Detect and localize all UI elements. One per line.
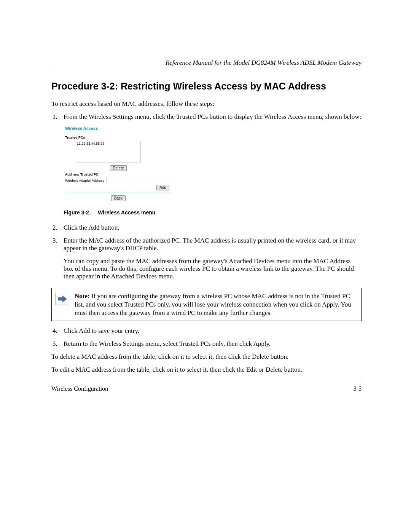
panel-divider-bottom bbox=[65, 192, 172, 192]
arrow-icon bbox=[56, 293, 69, 305]
intro-paragraph: To restrict access based on MAC addresse… bbox=[51, 100, 362, 108]
step-3-extra: You can copy and paste the MAC addresses… bbox=[64, 257, 362, 280]
panel-divider-top bbox=[65, 133, 172, 133]
step-3: Enter the MAC address of the authorized … bbox=[59, 237, 362, 280]
step-2: Click the Add button. bbox=[59, 224, 362, 232]
figure-title: Wireless Access menu bbox=[98, 209, 155, 216]
back-button[interactable]: Back bbox=[111, 195, 126, 201]
note-text: Note: If you are configuring the gateway… bbox=[75, 292, 356, 317]
procedure-title: Procedure 3-2: Restricting Wireless Acce… bbox=[51, 81, 362, 92]
delete-button[interactable]: Delete bbox=[110, 165, 127, 171]
figure-caption: Figure 3-2. Wireless Access menu bbox=[64, 209, 362, 216]
footer-rule bbox=[51, 383, 362, 383]
step-1: From the Wireless Settings menu, click t… bbox=[59, 113, 362, 216]
step-3-text: Enter the MAC address of the authorized … bbox=[64, 237, 356, 252]
trusted-pcs-label: Trusted PCs bbox=[65, 136, 172, 139]
edit-para: To edit a MAC address from the table, cl… bbox=[51, 366, 362, 374]
wireless-access-panel: Wireless Access Trusted PCs 11:22:33:44:… bbox=[64, 125, 173, 204]
trusted-pcs-listbox[interactable]: 11:22:33:44:55:66 bbox=[76, 141, 140, 163]
add-button[interactable]: Add bbox=[156, 185, 169, 190]
svg-marker-0 bbox=[58, 296, 67, 302]
mac-row[interactable]: 11:22:33:44:55:66 bbox=[77, 142, 105, 145]
running-header: Reference Manual for the Model DG824M Wi… bbox=[51, 59, 362, 67]
adapter-address-input[interactable] bbox=[107, 178, 133, 183]
step-list: From the Wireless Settings menu, click t… bbox=[51, 113, 362, 280]
note-box: Note: If you are configuring the gateway… bbox=[51, 288, 362, 321]
step-4: Click Add to save your entry. bbox=[59, 327, 362, 335]
step-1-text: From the Wireless Settings menu, click t… bbox=[64, 113, 361, 120]
footer: Wireless Configuration 3-5 bbox=[51, 385, 362, 392]
adapter-address-label: Wireless Adapter Address bbox=[65, 179, 104, 182]
step-4-text: Click Add to save your entry. bbox=[64, 327, 139, 334]
note-body: If you are configuring the gateway from … bbox=[75, 292, 351, 316]
step-2-text: Click the Add button. bbox=[64, 224, 119, 231]
figure-number: Figure 3-2. bbox=[64, 209, 91, 216]
add-new-label: Add new Trusted PC bbox=[65, 173, 172, 176]
step-5-text: Return to the Wireless Settings menu, se… bbox=[64, 340, 271, 347]
figure-container: Wireless Access Trusted PCs 11:22:33:44:… bbox=[64, 125, 362, 216]
delete-para: To delete a MAC address from the table, … bbox=[51, 353, 362, 361]
step-list-cont: Click Add to save your entry. Return to … bbox=[51, 327, 362, 348]
header-rule bbox=[51, 69, 362, 69]
document-page: Reference Manual for the Model DG824M Wi… bbox=[0, 0, 411, 532]
panel-title: Wireless Access bbox=[65, 126, 172, 131]
footer-left: Wireless Configuration bbox=[51, 385, 108, 392]
note-lead: Note: bbox=[75, 292, 91, 300]
footer-right: 3-5 bbox=[354, 385, 362, 392]
step-5: Return to the Wireless Settings menu, se… bbox=[59, 340, 362, 348]
